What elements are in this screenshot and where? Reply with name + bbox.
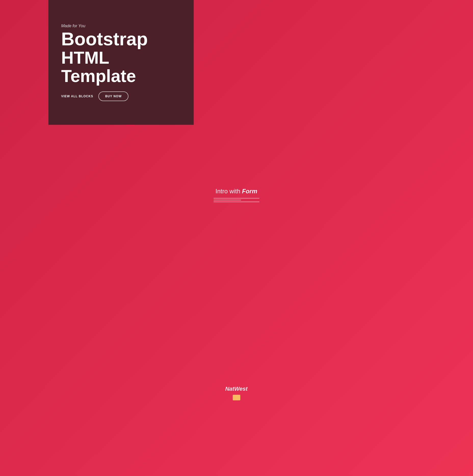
card-title: Intro with Form [215, 188, 257, 195]
brand-name: NatWest [225, 386, 248, 392]
hero-buttons: VIEW ALL BLOCKS BUY NOW [61, 91, 128, 101]
hero-title-html: HTML [61, 49, 109, 67]
templates-mosaic: SpaceM Page Builder LEARN MORE Our Desig… [135, 162, 338, 413]
hero-title-template: Template [61, 67, 136, 85]
desc-line [214, 200, 241, 200]
desc-line [214, 198, 259, 199]
chip [233, 395, 240, 400]
buy-now-button[interactable]: BUY NOW [98, 91, 129, 101]
blocks-preview-section: Blocks Preview SpaceM Page Builder LEARN… [0, 125, 473, 429]
view-all-blocks-button[interactable]: VIEW ALL BLOCKS [61, 94, 93, 98]
hero-title-bootstrap: Bootstrap [61, 30, 148, 49]
desc-line [214, 201, 259, 202]
card-content: NatWest [225, 386, 248, 400]
hero-made-for: Made for You [61, 24, 85, 28]
card-natwest[interactable]: NatWest [203, 373, 270, 413]
card-desc [214, 198, 259, 202]
hero-text-overlay: Made for You Bootstrap HTML Template VIE… [48, 0, 194, 125]
page-wrapper: Made for You Bootstrap HTML Template VIE… [0, 0, 473, 429]
